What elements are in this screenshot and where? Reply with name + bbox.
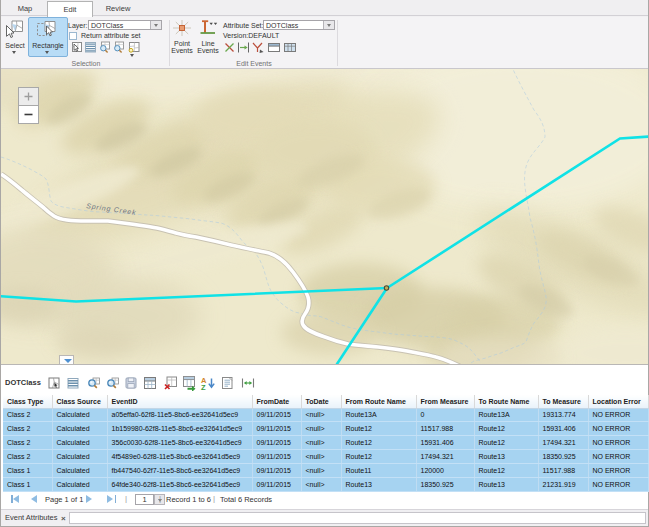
svg-text:Z: Z (201, 383, 206, 391)
